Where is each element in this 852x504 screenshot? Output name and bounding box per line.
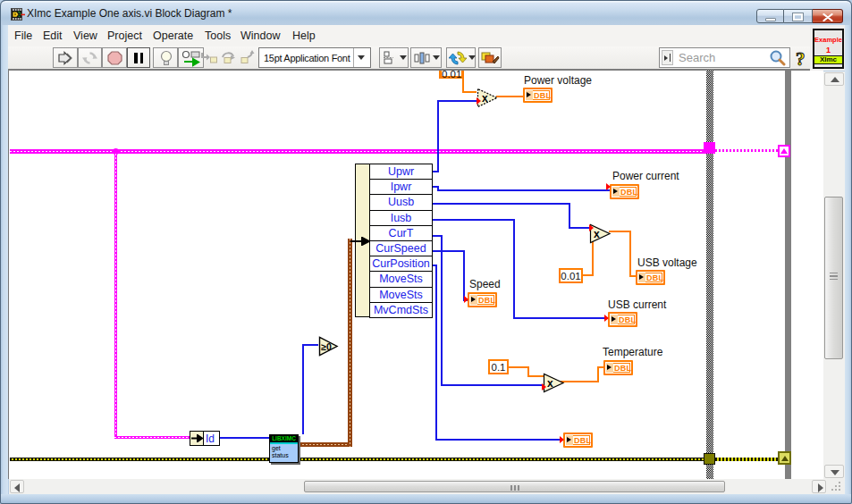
svg-text:x: x xyxy=(482,92,488,105)
svg-text:x: x xyxy=(594,228,600,240)
svg-text:?: ? xyxy=(796,49,806,69)
svg-text:x: x xyxy=(547,377,553,390)
svg-text:≥0: ≥0 xyxy=(321,341,332,352)
